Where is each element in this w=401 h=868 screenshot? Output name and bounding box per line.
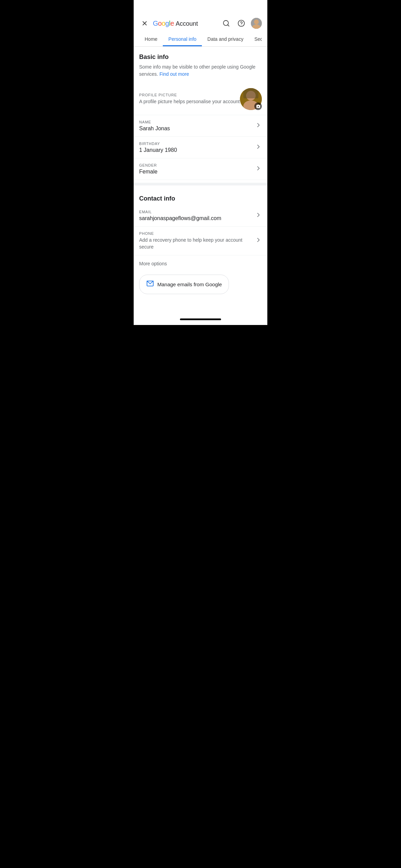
home-indicator (134, 315, 267, 325)
gender-chevron-icon (255, 165, 262, 173)
user-avatar-header[interactable] (251, 18, 262, 29)
gender-row[interactable]: GENDER Female (134, 158, 267, 180)
manage-emails-button[interactable]: Manage emails from Google (139, 275, 229, 294)
close-button[interactable] (139, 18, 150, 29)
svg-point-7 (254, 20, 259, 24)
contact-info-section: Contact info (134, 188, 267, 202)
basic-info-desc: Some info may be visible to other people… (139, 63, 262, 78)
tab-personal-info[interactable]: Personal info (163, 33, 202, 46)
name-content: NAME Sarah Jonas (139, 120, 252, 132)
phone-desc: Add a recovery phone to help keep your a… (139, 237, 252, 250)
email-label: EMAIL (139, 210, 252, 214)
profile-picture-label: PROFILE PICTURE (139, 93, 240, 97)
profile-picture-desc: A profile picture helps personalise your… (139, 98, 240, 105)
manage-emails-label: Manage emails from Google (157, 281, 222, 287)
profile-picture-content: PROFILE PICTURE A profile picture helps … (139, 93, 240, 105)
email-chevron-icon (255, 212, 262, 220)
svg-rect-12 (243, 88, 258, 98)
tab-data-privacy[interactable]: Data and privacy (202, 33, 249, 46)
profile-picture-image (240, 88, 262, 110)
phone-content: PHONE Add a recovery phone to help keep … (139, 231, 252, 250)
profile-picture-row[interactable]: PROFILE PICTURE A profile picture helps … (134, 83, 267, 115)
svg-line-3 (228, 25, 229, 26)
basic-info-section: Basic info Some info may be visible to o… (134, 47, 267, 78)
birthday-row[interactable]: BIRTHDAY 1 January 1980 (134, 137, 267, 158)
find-out-more-link[interactable]: Find out more (159, 71, 189, 77)
email-content: EMAIL sarahjonaspageflows@gmail.com (139, 210, 252, 221)
gender-value: Female (139, 169, 252, 175)
email-value: sarahjonaspageflows@gmail.com (139, 215, 252, 221)
header: Google Account (134, 15, 267, 47)
header-icons (221, 18, 262, 29)
name-chevron-icon (255, 122, 262, 130)
more-options-link[interactable]: More options (134, 255, 267, 272)
nav-tabs: Home Personal info Data and privacy Secu… (139, 32, 262, 46)
phone-label: PHONE (139, 231, 252, 236)
birthday-chevron-icon (255, 143, 262, 152)
contact-info-title: Contact info (139, 195, 262, 202)
name-value: Sarah Jonas (139, 125, 252, 132)
email-envelope-icon (146, 280, 154, 289)
help-button[interactable] (236, 18, 247, 29)
birthday-value: 1 January 1980 (139, 147, 252, 153)
birthday-label: BIRTHDAY (139, 142, 252, 146)
basic-info-title: Basic info (139, 53, 262, 61)
section-divider (134, 183, 267, 185)
main-content: Basic info Some info may be visible to o… (134, 47, 267, 315)
search-button[interactable] (221, 18, 232, 29)
gender-label: GENDER (139, 163, 252, 167)
birthday-content: BIRTHDAY 1 January 1980 (139, 142, 252, 153)
name-label: NAME (139, 120, 252, 124)
google-account-logo: Google Account (153, 20, 198, 27)
gender-content: GENDER Female (139, 163, 252, 175)
tab-security[interactable]: Security (249, 33, 262, 46)
email-row[interactable]: EMAIL sarahjonaspageflows@gmail.com (134, 205, 267, 227)
name-row[interactable]: NAME Sarah Jonas (134, 115, 267, 137)
tab-home[interactable]: Home (139, 33, 163, 46)
phone-row[interactable]: PHONE Add a recovery phone to help keep … (134, 227, 267, 255)
status-bar (134, 0, 267, 15)
camera-icon (254, 103, 262, 110)
phone-chevron-icon (255, 237, 262, 245)
home-bar (180, 318, 221, 320)
